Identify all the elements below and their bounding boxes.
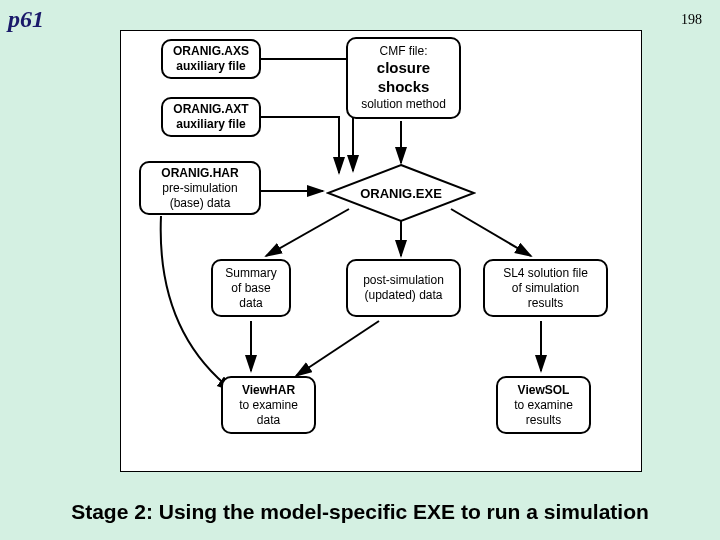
box-har-l2: pre-simulation [162, 181, 237, 196]
box-har: ORANIG.HAR pre-simulation (base) data [139, 161, 261, 215]
box-axt-sub: auxiliary file [176, 117, 245, 132]
box-har-l1: ORANIG.HAR [161, 166, 238, 181]
box-cmf-l1: CMF file: [380, 44, 428, 59]
box-summary-l3: data [239, 296, 262, 311]
box-sl4-l2: of simulation [512, 281, 579, 296]
box-cmf-l4: solution method [361, 97, 446, 112]
box-post-l2: (updated) data [364, 288, 442, 303]
box-post: post-simulation (updated) data [346, 259, 461, 317]
page-number: 198 [681, 12, 702, 28]
box-viewsol-l3: results [526, 413, 561, 428]
box-summary: Summary of base data [211, 259, 291, 317]
box-cmf: CMF file: closure shocks solution method [346, 37, 461, 119]
box-cmf-l2: closure [377, 59, 430, 78]
page-label: p61 [8, 6, 44, 33]
box-cmf-l3: shocks [378, 78, 430, 97]
box-axt: ORANIG.AXT auxiliary file [161, 97, 261, 137]
box-exe: ORANIG.EXE [326, 163, 476, 223]
box-axs-sub: auxiliary file [176, 59, 245, 74]
flow-diagram: ORANIG.AXS auxiliary file ORANIG.AXT aux… [120, 30, 642, 472]
box-sl4-l3: results [528, 296, 563, 311]
box-viewsol-l2: to examine [514, 398, 573, 413]
box-viewhar: ViewHAR to examine data [221, 376, 316, 434]
box-post-l1: post-simulation [363, 273, 444, 288]
box-summary-l1: Summary [225, 266, 276, 281]
box-viewhar-l2: to examine [239, 398, 298, 413]
box-sl4: SL4 solution file of simulation results [483, 259, 608, 317]
box-viewhar-l1: ViewHAR [242, 383, 295, 398]
box-exe-label: ORANIG.EXE [360, 186, 442, 201]
box-viewhar-l3: data [257, 413, 280, 428]
box-har-l3: (base) data [170, 196, 231, 211]
box-axs: ORANIG.AXS auxiliary file [161, 39, 261, 79]
box-sl4-l1: SL4 solution file [503, 266, 588, 281]
box-summary-l2: of base [231, 281, 270, 296]
caption: Stage 2: Using the model-specific EXE to… [0, 500, 720, 524]
box-viewsol: ViewSOL to examine results [496, 376, 591, 434]
box-axt-title: ORANIG.AXT [173, 102, 248, 117]
box-viewsol-l1: ViewSOL [518, 383, 570, 398]
box-axs-title: ORANIG.AXS [173, 44, 249, 59]
